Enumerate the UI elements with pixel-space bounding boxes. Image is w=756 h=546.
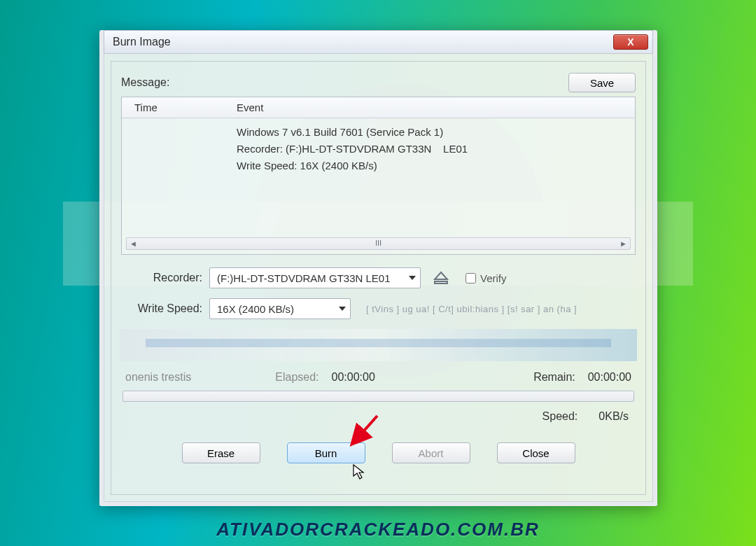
log-line: Write Speed: 16X (2400 KB/s) — [237, 158, 628, 174]
message-label: Message: — [121, 76, 169, 89]
blurred-status-text: onenis trestis — [125, 371, 191, 384]
column-time: Time — [134, 102, 237, 113]
horizontal-scrollbar[interactable]: ◄ III ► — [126, 237, 631, 250]
elapsed-value: 00:00:00 — [332, 371, 375, 384]
recorder-value: (F:)HL-DT-STDVDRAM GT33N LE01 — [217, 272, 391, 284]
titlebar: Burn Image X — [104, 30, 653, 54]
speed-value: 0KB/s — [598, 410, 629, 423]
recorder-dropdown[interactable]: (F:)HL-DT-STDVDRAM GT33N LE01 — [209, 267, 421, 288]
write-speed-value: 16X (2400 KB/s) — [217, 303, 294, 315]
burn-image-dialog: Burn Image X Message: Save Time Event Wi… — [99, 30, 657, 506]
svg-marker-0 — [435, 272, 447, 279]
scroll-right-arrow-icon[interactable]: ► — [620, 239, 627, 248]
close-icon: X — [627, 36, 634, 48]
scroll-thumb[interactable]: III — [375, 239, 382, 247]
svg-marker-4 — [354, 465, 363, 479]
progress-bar — [122, 391, 634, 402]
write-speed-dropdown[interactable]: 16X (2400 KB/s) — [209, 298, 351, 319]
log-body: Windows 7 v6.1 Build 7601 (Service Pack … — [122, 118, 635, 174]
close-window-button[interactable]: X — [613, 34, 648, 50]
mouse-cursor-icon — [352, 463, 366, 480]
save-button[interactable]: Save — [568, 73, 636, 92]
log-line: Windows 7 v6.1 Build 7601 (Service Pack … — [237, 124, 628, 141]
burn-button[interactable]: Burn — [287, 442, 365, 463]
verify-checkbox[interactable] — [465, 273, 476, 284]
blurred-region — [120, 329, 637, 361]
verify-checkbox-wrap[interactable]: Verify — [463, 271, 507, 286]
recorder-label: Recorder: — [121, 272, 209, 284]
eject-icon — [433, 271, 449, 285]
remain-label: Remain: — [533, 371, 575, 384]
write-speed-label: Write Speed: — [121, 302, 209, 315]
abort-button[interactable]: Abort — [392, 442, 470, 463]
close-button[interactable]: Close — [497, 442, 575, 463]
elapsed-label: Elapsed: — [275, 371, 318, 384]
speed-label: Speed: — [542, 410, 578, 423]
verify-label: Verify — [480, 272, 507, 284]
blurred-text: [ tVins ] ug ua! [ C/t] ubil:hians ] [s!… — [366, 304, 577, 314]
message-log: Time Event Windows 7 v6.1 Build 7601 (Se… — [121, 97, 636, 255]
eject-button[interactable] — [430, 269, 451, 287]
svg-rect-1 — [435, 281, 447, 284]
log-line: Recorder: (F:)HL-DT-STDVDRAM GT33N LE01 — [237, 141, 628, 158]
watermark-text: ATIVADORCRACKEADO.COM.BR — [0, 519, 756, 540]
chevron-down-icon — [409, 276, 416, 280]
column-event: Event — [237, 102, 263, 113]
chevron-down-icon — [339, 307, 346, 311]
remain-value: 00:00:00 — [588, 371, 631, 384]
log-header: Time Event — [122, 97, 635, 118]
button-row: Erase Burn Abort Close — [121, 442, 636, 463]
scroll-left-arrow-icon[interactable]: ◄ — [130, 239, 137, 248]
dialog-body: Message: Save Time Event Windows 7 v6.1 … — [111, 61, 646, 495]
window-title: Burn Image — [113, 36, 171, 48]
erase-button[interactable]: Erase — [182, 442, 260, 463]
